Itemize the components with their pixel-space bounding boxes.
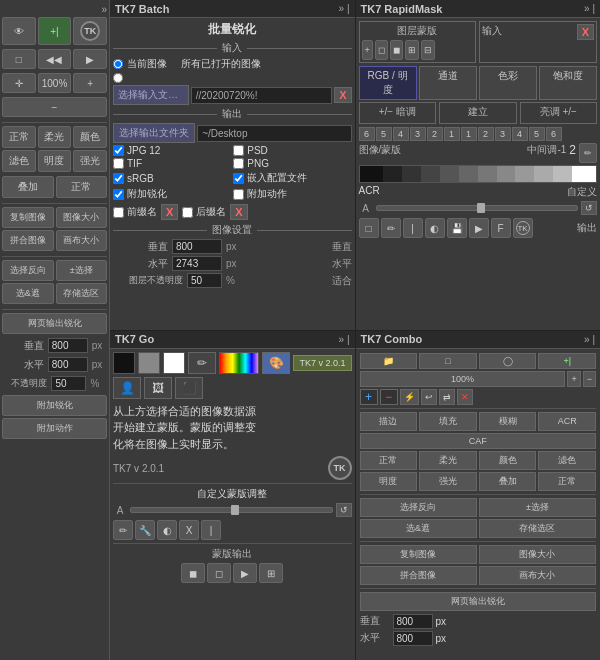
color-gradient[interactable] — [219, 352, 259, 374]
tif-checkbox[interactable] — [113, 158, 124, 169]
embed-checkbox[interactable] — [233, 173, 244, 184]
image-size-btn[interactable]: 图像大小 — [56, 207, 108, 228]
c-circle-btn[interactable]: ◯ — [479, 353, 537, 369]
suffix-checkbox[interactable] — [182, 207, 193, 218]
mode-color[interactable]: 颜色 — [73, 126, 107, 148]
mo4[interactable]: ⊞ — [259, 563, 283, 583]
num-4r[interactable]: 4 — [512, 127, 528, 141]
tab-channel[interactable]: 通道 — [419, 66, 477, 100]
c-plus-color-btn[interactable]: +| — [538, 353, 596, 369]
combo-minus1[interactable]: − — [380, 389, 398, 405]
rb2[interactable]: ✏ — [381, 218, 401, 238]
cm-caf[interactable]: CAF — [360, 433, 597, 449]
sidebar-collapse-arrow[interactable]: » — [101, 4, 107, 15]
rb8[interactable]: TK — [513, 218, 533, 238]
lm-btn5[interactable]: ⊟ — [421, 40, 435, 60]
gb1[interactable]: ✏ — [113, 520, 133, 540]
canvas-size-btn[interactable]: 画布大小 — [56, 230, 108, 251]
web-sharp-btn[interactable]: 网页输出锐化 — [2, 313, 107, 334]
output-folder-btn[interactable]: 选择输出文件夹 — [113, 123, 195, 143]
c-tool4[interactable]: ✕ — [457, 389, 473, 405]
c-tool1[interactable]: ⚡ — [400, 389, 419, 405]
rb4[interactable]: ◐ — [425, 218, 445, 238]
op1[interactable]: 复制图像 — [360, 545, 477, 564]
mode-lum[interactable]: 明度 — [38, 150, 72, 172]
mode-normal[interactable]: 正常 — [2, 126, 36, 148]
rapid-arrows[interactable]: » | — [584, 3, 595, 14]
tone-slider[interactable] — [359, 165, 598, 183]
cm4[interactable]: ACR — [538, 412, 596, 431]
blend1[interactable]: 正常 — [360, 451, 418, 470]
back-btn[interactable]: ◀◀ — [38, 49, 72, 69]
suffix-clear-btn[interactable]: X — [230, 204, 247, 220]
num-4l[interactable]: 4 — [393, 127, 409, 141]
cm3[interactable]: 模糊 — [479, 412, 537, 431]
c-doc-btn[interactable]: □ — [419, 353, 477, 369]
lm-btn4[interactable]: ⊞ — [405, 40, 419, 60]
cm1[interactable]: 描边 — [360, 412, 418, 431]
lm-btn2[interactable]: ◻ — [375, 40, 388, 60]
add-action-btn[interactable]: 附加动作 — [2, 418, 107, 439]
merge-image-btn[interactable]: 拼合图像 — [2, 230, 54, 251]
png-checkbox[interactable] — [233, 158, 244, 169]
mode-overlay[interactable]: 叠加 — [2, 176, 54, 198]
rapid-reset-btn[interactable]: ↺ — [581, 201, 597, 215]
sel4[interactable]: 存储选区 — [479, 519, 596, 538]
rb5[interactable]: 💾 — [447, 218, 467, 238]
gb3[interactable]: ◐ — [157, 520, 177, 540]
batch-vert-input[interactable] — [172, 239, 222, 254]
c-plus-btn[interactable]: + — [567, 371, 580, 387]
mo2[interactable]: ◻ — [207, 563, 231, 583]
gray-swatch[interactable] — [138, 352, 160, 374]
op3[interactable]: 拼合图像 — [360, 566, 477, 585]
input-clear-btn[interactable]: X — [334, 87, 351, 103]
sel3[interactable]: 选&遮 — [360, 519, 477, 538]
gb4[interactable]: X — [179, 520, 199, 540]
cm2[interactable]: 填充 — [419, 412, 477, 431]
sel2[interactable]: ±选择 — [479, 498, 596, 517]
num-3r[interactable]: 3 — [495, 127, 511, 141]
lm-btn3[interactable]: ◼ — [390, 40, 403, 60]
action-checkbox[interactable] — [233, 189, 244, 200]
go-eye-btn[interactable]: 🎨 — [262, 352, 290, 374]
blend4[interactable]: 滤色 — [538, 451, 596, 470]
mo1[interactable]: ◼ — [181, 563, 205, 583]
prefix-clear-btn[interactable]: X — [161, 204, 178, 220]
mode-normal2[interactable]: 正常 — [56, 176, 108, 198]
num-2r[interactable]: 2 — [478, 127, 494, 141]
white-swatch[interactable] — [163, 352, 185, 374]
invert-sel-btn[interactable]: 选择反向 — [2, 260, 54, 281]
lm-btn1[interactable]: + — [362, 40, 373, 60]
sel1[interactable]: 选择反向 — [360, 498, 477, 517]
srgb-checkbox[interactable] — [113, 173, 124, 184]
rapid-slider[interactable] — [376, 205, 579, 211]
psd-checkbox[interactable] — [233, 145, 244, 156]
gb2[interactable]: 🔧 — [135, 520, 155, 540]
radio-current-input[interactable] — [113, 59, 123, 69]
tab-rgb[interactable]: RGB / 明度 — [359, 66, 417, 100]
combo-arrows[interactable]: » | — [584, 334, 595, 345]
input-folder-btn[interactable]: 选择输入文件夹 — [113, 85, 189, 105]
plusminus-sel-btn[interactable]: ±选择 — [56, 260, 108, 281]
pencil-btn[interactable]: ✏ — [579, 143, 597, 163]
blend7[interactable]: 叠加 — [479, 472, 537, 491]
sidebar-opacity-input[interactable] — [51, 376, 86, 391]
c-folder-btn[interactable]: 📁 — [360, 353, 418, 369]
combo-horiz-input[interactable] — [393, 631, 433, 646]
num-6l[interactable]: 6 — [359, 127, 375, 141]
go-slider[interactable] — [130, 507, 333, 513]
tab-sat[interactable]: 饱和度 — [539, 66, 597, 100]
blend3[interactable]: 颜色 — [479, 451, 537, 470]
plus-color-btn[interactable]: +| — [38, 17, 72, 45]
mode-screen[interactable]: 滤色 — [2, 150, 36, 172]
c-tool3[interactable]: ⇄ — [439, 389, 455, 405]
num-3l[interactable]: 3 — [410, 127, 426, 141]
batch-horiz-input[interactable] — [172, 256, 222, 271]
num-1r[interactable]: 1 — [461, 127, 477, 141]
mode-soft[interactable]: 柔光 — [38, 126, 72, 148]
gi1[interactable]: 👤 — [113, 377, 141, 399]
num-2l[interactable]: 2 — [427, 127, 443, 141]
batch-opacity-input[interactable] — [187, 273, 222, 288]
add-sharp-btn[interactable]: 附加锐化 — [2, 395, 107, 416]
gi2[interactable]: 🖼 — [144, 377, 172, 399]
